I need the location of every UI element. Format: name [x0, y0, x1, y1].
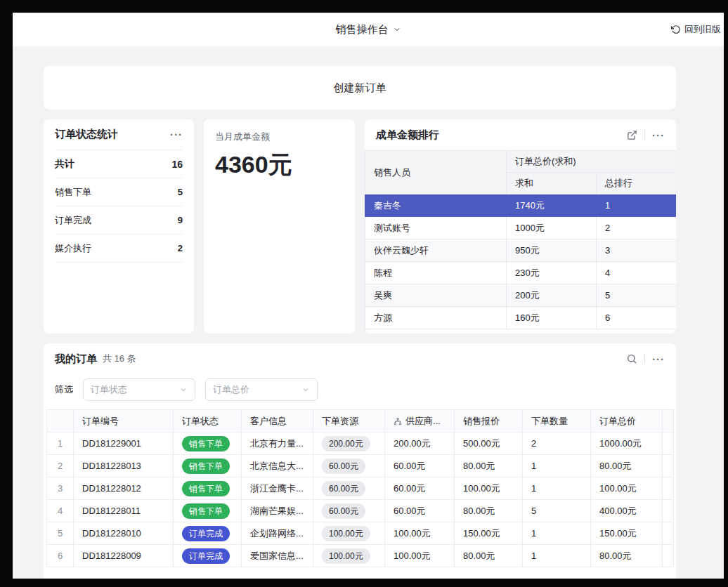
cell-rank: 5 [597, 284, 677, 307]
ranking-row[interactable]: 测试账号 1000元 2 [365, 217, 677, 239]
cell-extra [663, 522, 674, 545]
divider [644, 130, 645, 140]
back-to-old-button[interactable]: 回到旧版 [671, 13, 721, 46]
stat-value: 5 [178, 187, 183, 197]
stat-label: 共计 [55, 158, 74, 171]
open-in-new-icon[interactable] [627, 130, 637, 140]
workspace-switcher[interactable]: 销售操作台 [336, 23, 401, 37]
stat-value: 16 [171, 159, 183, 170]
cell-order-no: DD181229001 [74, 433, 174, 455]
cell-supplier: 60.00元 [385, 477, 455, 500]
cell-status: 销售下单 [174, 500, 242, 522]
cell-status: 销售下单 [174, 477, 242, 500]
column-header-person: 销售人员 [365, 151, 507, 194]
cell-qty: 1 [523, 545, 591, 567]
create-order-label: 创建新订单 [334, 81, 386, 95]
stat-value: 9 [178, 215, 183, 225]
orders-table: 订单编号 订单状态 客户信息 下单资源 供应商... [46, 409, 674, 567]
card-header: 订单状态统计 ··· [55, 119, 183, 150]
cell-order-no: DD181228009 [74, 545, 174, 567]
back-to-old-label: 回到旧版 [684, 23, 721, 36]
cell-status: 销售下单 [174, 433, 242, 455]
cell-sum: 230元 [507, 262, 597, 284]
cell-quote: 80.00元 [455, 455, 523, 477]
card-actions: ··· [627, 130, 665, 140]
cell-rank: 4 [597, 262, 677, 284]
rotate-ccw-icon [671, 25, 681, 34]
main-content: 创建新订单 订单状态统计 ··· 共计 16 销售下单 5 订单完成 9 [13, 46, 724, 579]
card-title: 我的订单 [55, 352, 97, 366]
filter-order-total[interactable]: 订单总价 [205, 378, 318, 401]
filter-row: 筛选 订单状态 订单总价 [44, 374, 676, 409]
cell-total: 80.00元 [591, 455, 663, 477]
cell-customer: 北京信息大... [242, 455, 313, 477]
cell-customer: 爱国家信息... [242, 545, 313, 567]
cell-supplier: 100.00元 [385, 545, 455, 567]
search-icon[interactable] [626, 353, 637, 364]
status-badge: 销售下单 [182, 481, 230, 496]
divider [644, 354, 645, 364]
cell-qty: 1 [523, 522, 591, 545]
cell-customer: 湖南芒果娱... [242, 500, 313, 522]
cell-person: 方源 [365, 307, 507, 329]
status-badge: 订单完成 [182, 526, 230, 541]
chevron-down-icon [393, 25, 401, 34]
order-row[interactable]: 2 DD181228013 销售下单 北京信息大... 60.00元 60.00… [47, 455, 674, 477]
ranking-card: 成单金额排行 ··· 销售人员 订单总价(求和) [365, 119, 676, 334]
ranking-row[interactable]: 方源 160元 6 [365, 307, 677, 329]
ranking-table: 销售人员 订单总价(求和) 求和 总排行 秦吉冬 1740元 1 [365, 150, 676, 329]
stat-row-total[interactable]: 共计 16 [55, 150, 183, 178]
cell-index: 4 [47, 500, 74, 522]
cell-order-no: DD181228012 [74, 477, 174, 500]
order-row[interactable]: 5 DD181228010 订单完成 企划路网络... 100.00元 100.… [47, 522, 674, 545]
column-header-supplier: 供应商... [385, 410, 455, 433]
cell-index: 3 [47, 477, 74, 500]
order-row[interactable]: 3 DD181228012 销售下单 浙江金鹰卡... 60.00元 60.00… [47, 477, 674, 500]
order-row[interactable]: 1 DD181229001 销售下单 北京有力量... 200.00元 200.… [47, 433, 674, 455]
column-header-qty: 下单数量 [523, 410, 591, 433]
cell-index: 6 [47, 545, 74, 567]
filter-placeholder: 订单状态 [91, 383, 127, 396]
monthly-amount-value: 4360元 [215, 149, 344, 181]
cell-rank: 2 [597, 217, 677, 239]
cell-order-no: DD181228013 [74, 455, 174, 477]
more-icon[interactable]: ··· [652, 354, 665, 364]
more-icon[interactable]: ··· [170, 129, 183, 140]
cell-sum: 200元 [507, 284, 597, 307]
cell-index: 1 [47, 433, 74, 455]
stat-label: 销售下单 [55, 186, 91, 199]
cell-extra [663, 545, 674, 567]
cell-total: 400.00元 [591, 500, 663, 522]
column-header-customer: 客户信息 [242, 410, 313, 433]
column-header-index [47, 410, 74, 433]
more-icon[interactable]: ··· [652, 130, 665, 140]
cell-order-no: DD181228011 [74, 500, 174, 522]
stat-row-media[interactable]: 媒介执行 2 [55, 235, 183, 263]
cell-total: 80.00元 [591, 545, 663, 567]
create-order-button[interactable]: 创建新订单 [44, 66, 676, 110]
orders-header-row: 订单编号 订单状态 客户信息 下单资源 供应商... [47, 410, 674, 433]
cell-person: 测试账号 [365, 217, 507, 239]
cell-rank: 3 [597, 239, 677, 262]
column-header-status: 订单状态 [174, 410, 242, 433]
column-header-supplier-label: 供应商... [405, 415, 441, 428]
order-row[interactable]: 6 DD181228009 订单完成 爱国家信息... 100.00元 100.… [47, 545, 674, 567]
ranking-row[interactable]: 伙伴云魏少轩 950元 3 [365, 239, 677, 262]
monthly-amount-card: 当月成单金额 4360元 [204, 119, 355, 334]
resource-pill: 200.00元 [322, 436, 370, 451]
ranking-row[interactable]: 秦吉冬 1740元 1 [365, 194, 677, 217]
cell-quote: 150.00元 [455, 522, 523, 545]
dashboard-cards-row: 订单状态统计 ··· 共计 16 销售下单 5 订单完成 9 媒介执行 2 [44, 119, 676, 334]
cell-index: 5 [47, 522, 74, 545]
stat-row-complete[interactable]: 订单完成 9 [55, 206, 183, 235]
order-row[interactable]: 4 DD181228011 销售下单 湖南芒果娱... 60.00元 60.00… [47, 500, 674, 522]
cell-customer: 浙江金鹰卡... [242, 477, 313, 500]
cell-quote: 100.00元 [455, 477, 523, 500]
cell-qty: 2 [523, 433, 591, 455]
cell-quote: 80.00元 [455, 500, 523, 522]
column-header-extra [663, 410, 674, 433]
stat-row-sale[interactable]: 销售下单 5 [55, 178, 183, 206]
filter-order-status[interactable]: 订单状态 [83, 378, 195, 401]
ranking-row[interactable]: 吴爽 200元 5 [365, 284, 677, 307]
ranking-row[interactable]: 陈程 230元 4 [365, 262, 677, 284]
